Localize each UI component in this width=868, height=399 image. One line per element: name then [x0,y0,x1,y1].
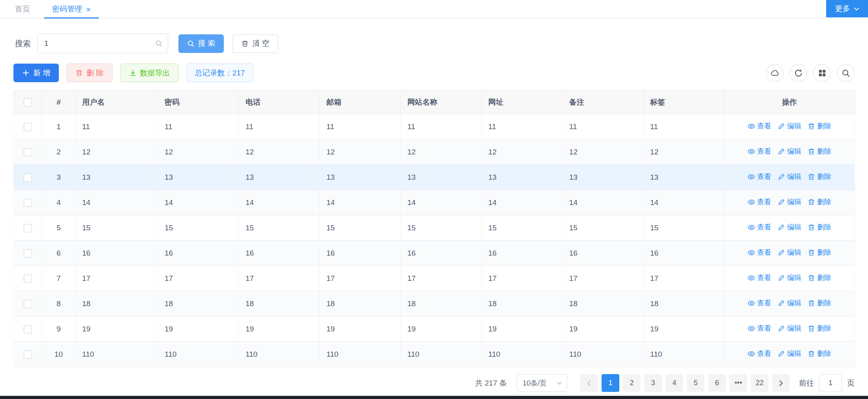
row-cell-remark: 19 [562,316,643,342]
page-button-1[interactable]: 1 [602,374,619,392]
row-checkbox[interactable] [24,148,32,156]
edit-link[interactable]: 编辑 [778,172,801,181]
pencil-icon [778,249,785,256]
edit-link[interactable]: 编辑 [778,273,801,282]
row-cell-remark: 13 [562,165,643,190]
delete-link[interactable]: 删除 [808,298,831,308]
add-button[interactable]: 新 增 [13,64,59,82]
edit-link[interactable]: 编辑 [778,197,801,207]
view-link[interactable]: 查看 [748,121,771,131]
prev-page-button[interactable] [580,374,598,392]
row-checkbox[interactable] [24,173,32,182]
cloud-download-button[interactable] [766,64,784,82]
view-link[interactable]: 查看 [748,324,771,333]
row-cell-url: 12 [482,139,562,165]
delete-link[interactable]: 删除 [808,324,831,333]
refresh-button[interactable] [789,64,807,82]
delete-link[interactable]: 删除 [808,197,831,207]
delete-button-label: 删 除 [86,68,103,78]
delete-link[interactable]: 删除 [808,273,831,282]
row-checkbox[interactable] [24,199,32,207]
cloud-download-icon [771,69,779,77]
tab-home[interactable]: 首页 [4,0,41,18]
eye-icon [748,299,755,307]
column-header-actions: 操作 [724,90,855,114]
tab-password-management[interactable]: 密码管理 × [41,0,102,18]
row-checkbox[interactable] [24,249,32,258]
view-link[interactable]: 查看 [748,172,771,181]
page-button-22[interactable]: 22 [751,374,769,392]
next-page-button[interactable] [772,374,790,392]
pencil-icon [778,173,785,181]
view-link[interactable]: 查看 [748,298,771,308]
search-button[interactable]: 搜 索 [178,34,224,53]
row-cell-tag: 15 [643,215,724,241]
search-input-wrap [37,34,168,53]
column-grid-button[interactable] [813,64,831,82]
view-link[interactable]: 查看 [748,273,771,282]
edit-link[interactable]: 编辑 [778,349,801,358]
clear-button[interactable]: 清 空 [232,34,278,53]
page-button-3[interactable]: 3 [644,374,662,392]
row-cell-url: 16 [482,241,562,266]
tab-password-management-label: 密码管理 [52,4,82,14]
page-button-4[interactable]: 4 [666,374,683,392]
table-row: 81818181818181818查看编辑删除 [14,291,855,316]
page-size-select[interactable]: 10条/页 [517,374,567,392]
export-button-label: 数据导出 [140,68,170,78]
delete-link[interactable]: 删除 [808,147,831,156]
row-checkbox[interactable] [24,325,32,333]
row-checkbox[interactable] [24,350,32,359]
view-link[interactable]: 查看 [748,197,771,207]
row-select-cell [14,114,42,139]
view-link[interactable]: 查看 [748,349,771,358]
edit-link[interactable]: 编辑 [778,248,801,257]
row-checkbox[interactable] [24,123,32,131]
edit-link[interactable]: 编辑 [778,222,801,232]
trash-icon [808,325,815,332]
pencil-icon [778,148,785,155]
goto-page-input[interactable] [819,374,842,392]
export-button[interactable]: 数据导出 [120,64,179,82]
row-cell-remark: 110 [562,342,643,367]
row-index: 3 [42,165,75,190]
row-actions: 查看编辑删除 [724,342,855,367]
column-header-password: 密码 [158,90,239,114]
more-button[interactable]: 更多 [826,0,868,17]
trash-icon [75,69,83,77]
delete-link[interactable]: 删除 [808,222,831,232]
edit-link[interactable]: 编辑 [778,324,801,333]
row-checkbox[interactable] [24,300,32,308]
page-button-6[interactable]: 6 [708,374,726,392]
row-cell-phone: 12 [239,139,320,165]
close-tab-icon[interactable]: × [86,5,91,13]
page-ellipsis-button[interactable]: ••• [729,374,747,392]
row-checkbox[interactable] [24,275,32,283]
row-select-cell [14,215,42,241]
delete-link[interactable]: 删除 [808,172,831,181]
search-input[interactable] [37,34,168,53]
column-header-username: 用户名 [75,90,158,114]
delete-button[interactable]: 删 除 [67,64,112,82]
chevron-left-icon [587,380,591,386]
table-search-button[interactable] [837,64,855,82]
row-checkbox[interactable] [24,224,32,232]
delete-link[interactable]: 删除 [808,121,831,131]
row-select-cell [14,266,42,291]
tab-bar: 首页 密码管理 × 更多 [0,0,868,19]
delete-link[interactable]: 删除 [808,248,831,257]
page-button-5[interactable]: 5 [687,374,705,392]
row-cell-phone: 11 [239,114,320,139]
edit-link[interactable]: 编辑 [778,121,801,131]
delete-link[interactable]: 删除 [808,349,831,358]
page-button-2[interactable]: 2 [623,374,641,392]
row-index: 2 [42,139,75,165]
select-all-checkbox[interactable] [24,98,32,107]
view-link[interactable]: 查看 [748,248,771,257]
eye-icon [748,198,755,206]
eye-icon [748,350,755,358]
edit-link[interactable]: 编辑 [778,298,801,308]
edit-link[interactable]: 编辑 [778,147,801,156]
view-link[interactable]: 查看 [748,222,771,232]
view-link[interactable]: 查看 [748,147,771,156]
